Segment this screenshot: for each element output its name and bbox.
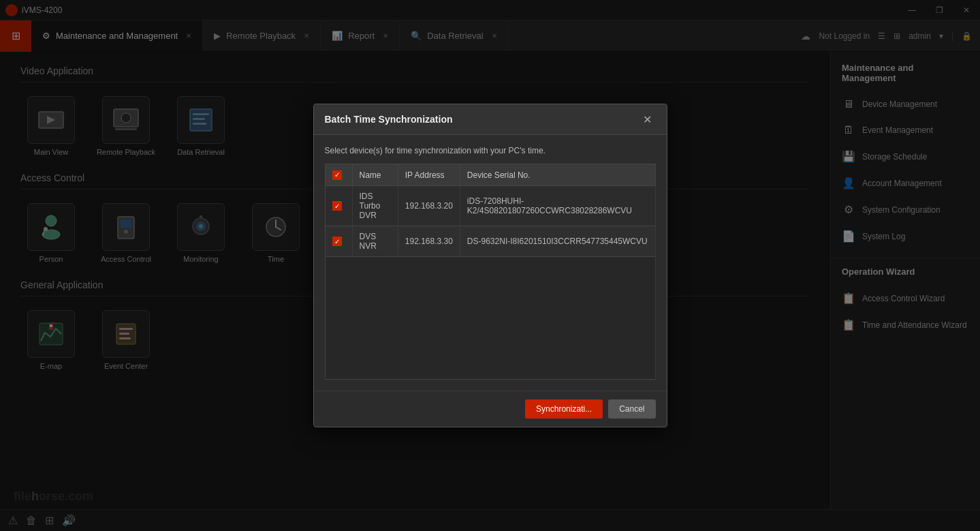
- row2-checkbox-cell: ✓: [325, 226, 352, 256]
- row1-name: IDS Turbo DVR: [352, 185, 398, 226]
- modal-description: Select device(s) for time synchronizatio…: [325, 146, 656, 155]
- row2-name: DVS NVR: [352, 226, 398, 256]
- row2-serial: DS-9632NI-I8I6201510I3CCRR547735445WCVU: [460, 226, 655, 256]
- col-name: Name: [352, 164, 398, 186]
- batch-time-sync-modal: Batch Time Synchronization ✕ Select devi…: [313, 104, 667, 427]
- modal-title: Batch Time Synchronization: [325, 114, 453, 125]
- row1-checkbox-cell: ✓: [325, 185, 352, 226]
- col-checkbox: ✓: [325, 164, 352, 186]
- table-row: ✓ DVS NVR 192.168.3.30 DS-9632NI-I8I6201…: [325, 226, 655, 256]
- modal-close-button[interactable]: ✕: [639, 111, 656, 127]
- table-empty-space: [325, 256, 655, 379]
- row2-checkbox[interactable]: ✓: [332, 237, 342, 246]
- select-all-checkbox[interactable]: ✓: [332, 170, 342, 180]
- col-ip: IP Address: [398, 164, 460, 186]
- table-row: ✓ IDS Turbo DVR 192.168.3.20 iDS-7208HUH…: [325, 185, 655, 226]
- col-serial: Device Serial No.: [460, 164, 655, 186]
- modal-footer: Synchronizati... Cancel: [314, 391, 667, 427]
- modal-overlay: Batch Time Synchronization ✕ Select devi…: [0, 0, 980, 531]
- device-table: ✓ Name IP Address Device Serial No. ✓ ID…: [325, 164, 656, 380]
- row2-ip: 192.168.3.30: [398, 226, 460, 256]
- row1-checkbox[interactable]: ✓: [332, 201, 342, 211]
- cancel-button[interactable]: Cancel: [608, 399, 655, 419]
- synchronize-button[interactable]: Synchronizati...: [525, 399, 603, 419]
- modal-header: Batch Time Synchronization ✕: [314, 104, 667, 135]
- row1-serial: iDS-7208HUHI-K2/4S08201807260CCWRC380282…: [460, 185, 655, 226]
- table-header-row: ✓ Name IP Address Device Serial No.: [325, 164, 655, 186]
- modal-body: Select device(s) for time synchronizatio…: [314, 135, 667, 391]
- row1-ip: 192.168.3.20: [398, 185, 460, 226]
